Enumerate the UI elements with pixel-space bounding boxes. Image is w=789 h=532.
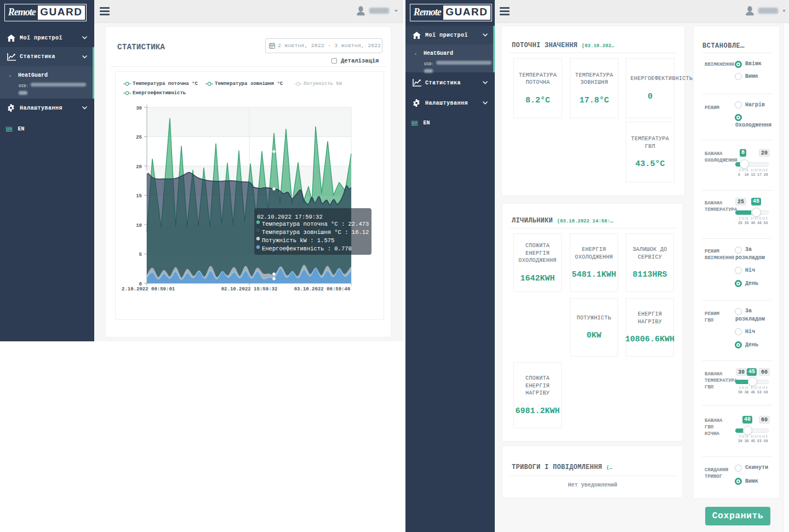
- svg-text:2.10.2022 00:59:01: 2.10.2022 00:59:01: [122, 287, 175, 292]
- svg-text:03.10.2022 06:59:46: 03.10.2022 06:59:46: [294, 287, 351, 292]
- svg-text:0: 0: [139, 282, 142, 287]
- svg-text:25: 25: [136, 135, 142, 140]
- svg-text:5: 5: [139, 252, 142, 258]
- svg-text:Енергоефективність : 0.778: Енергоефективність : 0.778: [262, 245, 352, 252]
- svg-text:02.10.2022 17:59:32: 02.10.2022 17:59:32: [257, 214, 323, 220]
- svg-text:30: 30: [136, 106, 142, 111]
- svg-text:Температура поточна °C : 22.47: Температура поточна °C : 22.473: [262, 221, 369, 227]
- svg-text:15: 15: [136, 193, 142, 199]
- svg-text:02.10.2022 15:59:32: 02.10.2022 15:59:32: [221, 287, 278, 292]
- svg-text:Потужність kW : 1.575: Потужність kW : 1.575: [262, 237, 334, 244]
- svg-text:Температура зовнішня °C : 16.1: Температура зовнішня °C : 16.12: [262, 229, 369, 236]
- svg-text:10: 10: [136, 223, 142, 228]
- svg-text:20: 20: [136, 164, 142, 170]
